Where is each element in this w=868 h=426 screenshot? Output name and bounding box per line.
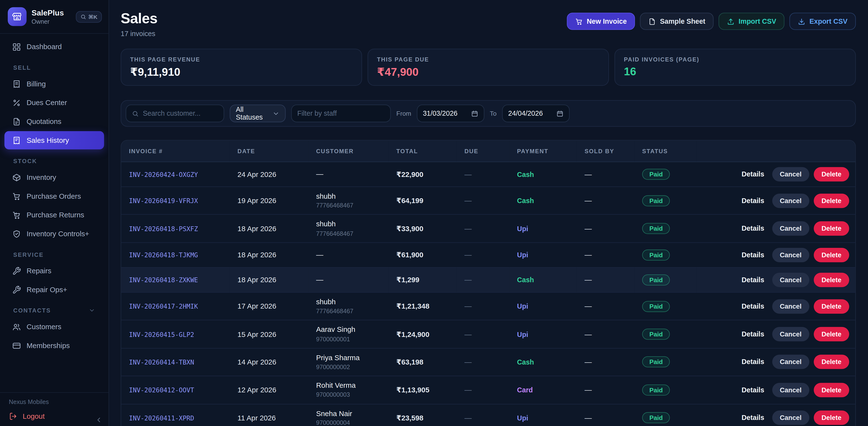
command-search-button[interactable]: ⌘K <box>75 11 102 23</box>
sidebar-item-quotations[interactable]: Quotations <box>4 112 104 130</box>
sidebar-item-label: Repairs <box>27 267 51 275</box>
delete-button[interactable]: Delete <box>814 355 849 369</box>
status-filter-select[interactable]: All Statuses <box>230 104 286 122</box>
invoice-link[interactable]: INV-20260412-OOVT <box>129 386 194 394</box>
details-button[interactable]: Details <box>742 302 764 310</box>
file-icon <box>12 117 21 126</box>
cancel-button[interactable]: Cancel <box>772 167 809 181</box>
delete-button[interactable]: Delete <box>814 383 849 397</box>
sold-by: — <box>577 320 634 348</box>
invoice-date: 15 Apr 2026 <box>230 320 309 348</box>
sidebar-item-customers[interactable]: Customers <box>4 318 104 336</box>
search-icon <box>80 13 86 20</box>
delete-button[interactable]: Delete <box>814 193 849 208</box>
new-invoice-button[interactable]: New Invoice <box>567 13 635 30</box>
date-to-input[interactable]: 24/04/2026 <box>502 104 569 122</box>
cart-return-icon <box>12 210 21 220</box>
shortcut-hint: ⌘K <box>88 13 98 20</box>
delete-button[interactable]: Delete <box>814 299 849 314</box>
cancel-button[interactable]: Cancel <box>772 248 809 262</box>
invoice-total: ₹33,900 <box>389 215 457 242</box>
sidebar-item-dues-center[interactable]: Dues Center <box>4 93 104 111</box>
delete-button[interactable]: Delete <box>814 411 849 425</box>
payment-method: Cash <box>517 171 534 178</box>
invoice-due: — <box>457 162 509 187</box>
invoice-link[interactable]: INV-20260415-GLP2 <box>129 331 194 338</box>
invoice-link[interactable]: INV-20260418-TJKMG <box>129 252 198 259</box>
date-from-input[interactable]: 31/03/2026 <box>417 104 485 122</box>
export-csv-button[interactable]: Export CSV <box>789 13 856 30</box>
title-block: Sales 17 invoices <box>121 10 157 37</box>
status-badge: Paid <box>642 301 670 312</box>
sidebar-item-memberships[interactable]: Memberships <box>4 336 104 355</box>
invoice-link[interactable]: INV-20260411-XPRD <box>129 414 194 422</box>
customer-search-input[interactable] <box>143 110 218 118</box>
sidebar-item-sales-history[interactable]: Sales History <box>4 131 104 149</box>
cancel-button[interactable]: Cancel <box>772 273 809 287</box>
customer-phone: 9700000001 <box>316 335 381 343</box>
details-button[interactable]: Details <box>742 170 764 178</box>
delete-button[interactable]: Delete <box>814 248 849 262</box>
sample-sheet-button[interactable]: Sample Sheet <box>640 13 714 30</box>
invoice-total: ₹61,900 <box>389 242 457 267</box>
delete-button[interactable]: Delete <box>814 273 849 287</box>
cancel-button[interactable]: Cancel <box>772 383 809 397</box>
delete-button[interactable]: Delete <box>814 222 849 236</box>
payment-method: Cash <box>517 197 534 205</box>
sold-by: — <box>577 292 634 320</box>
cancel-button[interactable]: Cancel <box>772 299 809 314</box>
details-button[interactable]: Details <box>742 330 764 338</box>
invoice-date: 12 Apr 2026 <box>230 376 309 404</box>
customer-phone: 77766468467 <box>316 202 381 209</box>
to-label: To <box>490 110 496 117</box>
details-button[interactable]: Details <box>742 358 764 366</box>
stat-label: THIS PAGE REVENUE <box>130 56 352 62</box>
cancel-button[interactable]: Cancel <box>772 222 809 236</box>
details-button[interactable]: Details <box>742 251 764 259</box>
sidebar-item-purchase-returns[interactable]: Purchase Returns <box>4 206 104 224</box>
sidebar-item-repairs[interactable]: Repairs <box>4 262 104 280</box>
invoice-link[interactable]: INV-20260418-PSXFZ <box>129 225 198 233</box>
sidebar-item-inventory[interactable]: Inventory <box>4 168 104 186</box>
storefront-icon <box>8 7 27 26</box>
file-icon <box>648 18 656 25</box>
cancel-button[interactable]: Cancel <box>772 355 809 369</box>
invoice-link[interactable]: INV-20260418-ZXKWE <box>129 276 198 284</box>
import-csv-button[interactable]: Import CSV <box>719 13 784 30</box>
sidebar-item-billing[interactable]: Billing <box>4 75 104 93</box>
sidebar-item-repair-ops[interactable]: Repair Ops+ <box>4 281 104 299</box>
sidebar-item-dashboard[interactable]: Dashboard <box>4 37 104 56</box>
details-button[interactable]: Details <box>742 276 764 284</box>
sold-by: — <box>577 376 634 404</box>
cancel-button[interactable]: Cancel <box>772 411 809 425</box>
invoice-link[interactable]: INV-20260424-OXGZY <box>129 171 198 178</box>
export-csv-label: Export CSV <box>809 18 847 25</box>
details-button[interactable]: Details <box>742 414 764 422</box>
calendar-icon <box>556 110 564 117</box>
payment-method: Upi <box>517 252 528 259</box>
invoice-due: — <box>457 187 509 215</box>
invoice-link[interactable]: INV-20260419-VFRJX <box>129 197 198 205</box>
sidebar-item-inventory-controls[interactable]: Inventory Controls+ <box>4 225 104 243</box>
logout-icon <box>9 412 17 420</box>
cancel-button[interactable]: Cancel <box>772 327 809 341</box>
logout-button[interactable]: Logout <box>9 410 100 424</box>
details-button[interactable]: Details <box>742 225 764 232</box>
delete-button[interactable]: Delete <box>814 327 849 341</box>
date-from-value: 31/03/2026 <box>423 110 458 118</box>
wrench-icon <box>12 266 21 275</box>
details-button[interactable]: Details <box>742 197 764 204</box>
invoice-link[interactable]: INV-20260414-TBXN <box>129 358 194 366</box>
invoice-link[interactable]: INV-20260417-2HMIK <box>129 302 198 310</box>
sidebar-collapse-button[interactable] <box>95 416 103 424</box>
sidebar-item-purchase-orders[interactable]: Purchase Orders <box>4 187 104 205</box>
new-invoice-label: New Invoice <box>587 18 627 25</box>
delete-button[interactable]: Delete <box>814 167 849 181</box>
import-csv-label: Import CSV <box>739 18 776 25</box>
details-button[interactable]: Details <box>742 386 764 394</box>
sidebar-section-contacts[interactable]: CONTACTS <box>4 299 104 317</box>
staff-filter-input[interactable] <box>297 110 384 118</box>
table-row: INV-20260414-TBXN 14 Apr 2026 Priya Shar… <box>121 348 856 376</box>
customer-name: Aarav Singh <box>316 326 381 334</box>
cancel-button[interactable]: Cancel <box>772 193 809 208</box>
